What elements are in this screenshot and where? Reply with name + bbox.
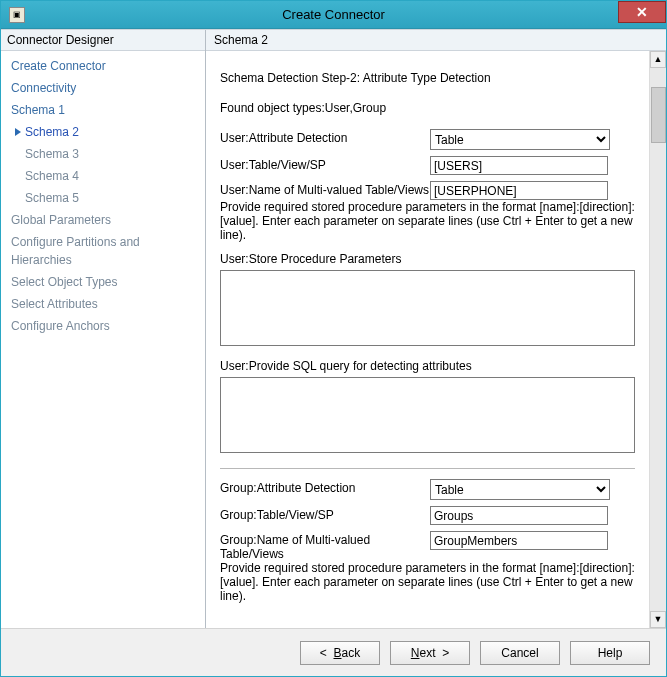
nav-item-label: Global Parameters — [11, 211, 111, 229]
nav-item[interactable]: Schema 2 — [1, 121, 205, 143]
app-icon: ▣ — [9, 7, 25, 23]
nav-item-label: Configure Anchors — [11, 317, 110, 335]
nav-item[interactable]: Select Object Types — [1, 271, 205, 293]
help-button[interactable]: Help — [570, 641, 650, 665]
nav-item[interactable]: Schema 1 — [1, 99, 205, 121]
nav-item[interactable]: Schema 3 — [1, 143, 205, 165]
nav-item[interactable]: Create Connector — [1, 55, 205, 77]
content-header: Schema 2 — [206, 30, 666, 51]
nav-item-label: Schema 3 — [25, 145, 79, 163]
nav-item-label: Schema 1 — [11, 101, 65, 119]
user-sp-label: User:Store Procedure Parameters — [220, 252, 635, 266]
nav-item-label: Schema 2 — [25, 123, 79, 141]
sidebar: Connector Designer Create ConnectorConne… — [1, 30, 206, 628]
close-button[interactable]: ✕ — [618, 1, 666, 23]
separator — [220, 468, 635, 469]
user-multivalued-label: User:Name of Multi-valued Table/Views — [220, 181, 430, 197]
nav-item[interactable]: Schema 4 — [1, 165, 205, 187]
nav-item[interactable]: Configure Anchors — [1, 315, 205, 337]
found-types: Found object types:User,Group — [220, 101, 635, 115]
user-attr-detection-label: User:Attribute Detection — [220, 129, 430, 145]
user-multivalued-input[interactable] — [430, 181, 608, 200]
scroll-area: Schema Detection Step-2: Attribute Type … — [206, 51, 666, 628]
nav-item-label: Schema 4 — [25, 167, 79, 185]
nav-item[interactable]: Select Attributes — [1, 293, 205, 315]
vertical-scrollbar[interactable]: ▲ ▼ — [649, 51, 666, 628]
step-title: Schema Detection Step-2: Attribute Type … — [220, 71, 635, 85]
group-tableview-label: Group:Table/View/SP — [220, 506, 430, 522]
group-sp-hint: Provide required stored procedure parame… — [220, 561, 635, 603]
sidebar-header: Connector Designer — [1, 30, 205, 51]
user-sql-textarea[interactable] — [220, 377, 635, 453]
next-button[interactable]: Next > — [390, 641, 470, 665]
scroll-down-button[interactable]: ▼ — [650, 611, 666, 628]
user-tableview-input[interactable] — [430, 156, 608, 175]
titlebar[interactable]: ▣ Create Connector ✕ — [1, 1, 666, 29]
cancel-button[interactable]: Cancel — [480, 641, 560, 665]
group-tableview-input[interactable] — [430, 506, 608, 525]
group-attr-detection-select[interactable]: Table — [430, 479, 610, 500]
dialog-body: Connector Designer Create ConnectorConne… — [1, 29, 666, 676]
nav-item-label: Schema 5 — [25, 189, 79, 207]
window-title: Create Connector — [1, 7, 666, 22]
nav-item[interactable]: Connectivity — [1, 77, 205, 99]
nav-item-label: Configure Partitions and Hierarchies — [11, 233, 199, 269]
group-multivalued-label: Group:Name of Multi-valued Table/Views — [220, 531, 430, 561]
nav-item[interactable]: Global Parameters — [1, 209, 205, 231]
nav-list: Create ConnectorConnectivitySchema 1Sche… — [1, 51, 205, 341]
user-sql-label: User:Provide SQL query for detecting att… — [220, 359, 635, 373]
main-split: Connector Designer Create ConnectorConne… — [1, 30, 666, 628]
back-button[interactable]: < Back — [300, 641, 380, 665]
nav-item-label: Connectivity — [11, 79, 76, 97]
nav-item[interactable]: Schema 5 — [1, 187, 205, 209]
nav-item[interactable]: Configure Partitions and Hierarchies — [1, 231, 205, 271]
nav-item-label: Create Connector — [11, 57, 106, 75]
scroll-thumb[interactable] — [651, 87, 666, 143]
content-wrap: Schema 2 Schema Detection Step-2: Attrib… — [206, 30, 666, 628]
arrow-right-icon — [15, 128, 21, 136]
nav-item-label: Select Object Types — [11, 273, 118, 291]
window-frame: ▣ Create Connector ✕ Connector Designer … — [0, 0, 667, 677]
button-row: < Back Next > Cancel Help — [1, 628, 666, 676]
user-attr-detection-select[interactable]: Table — [430, 129, 610, 150]
group-multivalued-input[interactable] — [430, 531, 608, 550]
group-attr-detection-label: Group:Attribute Detection — [220, 479, 430, 495]
scroll-up-button[interactable]: ▲ — [650, 51, 666, 68]
user-tableview-label: User:Table/View/SP — [220, 156, 430, 172]
scroll-content: Schema Detection Step-2: Attribute Type … — [206, 51, 649, 628]
nav-item-label: Select Attributes — [11, 295, 98, 313]
user-sp-hint: Provide required stored procedure parame… — [220, 200, 635, 242]
user-sp-textarea[interactable] — [220, 270, 635, 346]
